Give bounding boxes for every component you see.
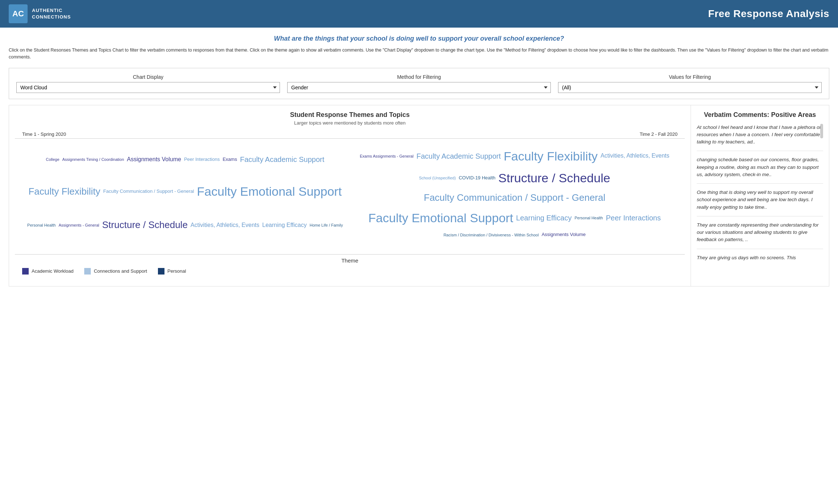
chart-display-group: Chart Display Word CloudBar ChartBubble …: [16, 74, 280, 93]
chart-display-label: Chart Display: [16, 74, 280, 80]
word-item[interactable]: Faculty Academic Support: [240, 155, 324, 164]
word-cloud-panel: Student Response Themes and Topics Large…: [9, 105, 691, 286]
word-item[interactable]: College: [46, 157, 59, 162]
method-filter-label: Method for Filtering: [287, 74, 551, 80]
time1-label: Time 1 - Spring 2020: [22, 131, 66, 137]
time-labels: Time 1 - Spring 2020 Time 2 - Fall 2020: [15, 131, 685, 137]
legend-box-connections: [84, 268, 91, 275]
logo-line1: AUTHENTIC: [32, 7, 71, 14]
word-item[interactable]: Learning Efficacy: [262, 221, 306, 229]
word-item[interactable]: Activities, Athletics, Events: [601, 152, 669, 160]
word-item[interactable]: Racism / Discrimination / Divisiveness -…: [443, 232, 538, 237]
word-item[interactable]: Assignments Volume: [542, 232, 586, 238]
legend-label-connections: Connections and Support: [94, 268, 147, 274]
word-item[interactable]: Faculty Flexibility: [28, 186, 100, 198]
time2-label: Time 2 - Fall 2020: [640, 131, 678, 137]
word-item[interactable]: Faculty Communication / Support - Genera…: [103, 188, 194, 195]
word-item[interactable]: Faculty Emotional Support: [369, 210, 513, 226]
word-item[interactable]: Learning Efficacy: [516, 213, 571, 223]
logo-initials: AC: [12, 9, 24, 19]
verbatim-panel: Verbatim Comments: Positive Areas At sch…: [691, 105, 829, 286]
word-item[interactable]: Personal Health: [27, 223, 56, 228]
word-item[interactable]: Peer Interactions: [606, 213, 661, 223]
filter-section: Chart Display Word CloudBar ChartBubble …: [9, 68, 829, 99]
verbatim-comments-container: At school I feel heard and I know that I…: [697, 124, 823, 272]
scrollbar-thumb[interactable]: [820, 124, 823, 138]
verbatim-comment: changing schedule based on our concerns,…: [697, 156, 823, 184]
question-text: What are the things that your school is …: [9, 35, 829, 42]
legend-label-academic: Academic Workload: [32, 268, 73, 274]
word-item[interactable]: Assignments Timing / Coordination: [62, 157, 124, 162]
word-cloud-words-left: College Assignments Timing / Coordinatio…: [22, 142, 348, 244]
word-item[interactable]: Assignments - General: [58, 223, 99, 228]
legend-academic: Academic Workload: [22, 268, 73, 275]
bottom-panel: Student Response Themes and Topics Large…: [9, 105, 829, 286]
chart-bottom-label: Theme: [15, 257, 685, 264]
logo-text: AUTHENTIC CONNECTIONS: [32, 7, 71, 20]
legend-connections: Connections and Support: [84, 268, 147, 275]
main-content: What are the things that your school is …: [0, 28, 838, 294]
chart-title: Student Response Themes and Topics: [15, 111, 685, 119]
chart-subtitle: Larger topics were mentioned by students…: [15, 120, 685, 126]
page-title: Free Response Analysis: [708, 8, 829, 20]
verbatim-comment: At school I feel heard and I know that I…: [697, 124, 823, 151]
legend-box-academic: [22, 268, 29, 275]
word-item[interactable]: Faculty Flexibility: [504, 148, 598, 164]
word-item[interactable]: Faculty Communication / Support - Genera…: [424, 192, 605, 204]
chart-display-select[interactable]: Word CloudBar ChartBubble Chart: [16, 82, 280, 93]
logo-line2: CONNECTIONS: [32, 14, 71, 20]
logo-badge: AC: [9, 4, 28, 23]
verbatim-title: Verbatim Comments: Positive Areas: [697, 111, 823, 119]
word-item[interactable]: Assignments Volume: [127, 156, 181, 163]
values-filter-group: Values for Filtering (All)MaleFemaleNon-…: [558, 74, 822, 93]
logo-area: AC AUTHENTIC CONNECTIONS: [9, 4, 71, 23]
verbatim-comment: They are constantly representing their u…: [697, 221, 823, 249]
word-item[interactable]: Exams Assignments - General: [360, 154, 414, 159]
word-item[interactable]: Structure / Schedule: [499, 170, 610, 186]
chart-legend: Academic Workload Connections and Suppor…: [15, 264, 685, 276]
verbatim-comment: They are giving us days with no screens.…: [697, 254, 823, 267]
word-item[interactable]: School (Unspecified): [419, 175, 456, 180]
legend-box-personal: [158, 268, 164, 275]
word-cloud-left: College Assignments Timing / Coordinatio…: [22, 142, 348, 247]
word-cloud-right: Exams Assignments - General Faculty Acad…: [352, 142, 678, 247]
word-item[interactable]: Personal Health: [574, 215, 603, 220]
word-item[interactable]: Home Life / Family: [310, 223, 343, 228]
word-item[interactable]: Exams: [223, 157, 237, 163]
values-filter-select[interactable]: (All)MaleFemaleNon-binary: [558, 82, 822, 93]
word-cloud-area: College Assignments Timing / Coordinatio…: [15, 138, 685, 255]
legend-personal: Personal: [158, 268, 186, 275]
word-cloud-words-right: Exams Assignments - General Faculty Acad…: [352, 142, 678, 244]
word-item[interactable]: Peer Interactions: [184, 157, 220, 163]
instructions-text: Click on the Student Resonses Themes and…: [9, 47, 829, 61]
word-item[interactable]: Faculty Academic Support: [416, 151, 501, 161]
word-item[interactable]: COVID-19 Health: [459, 175, 495, 181]
word-item[interactable]: Activities, Athletics, Events: [191, 221, 259, 229]
values-filter-label: Values for Filtering: [558, 74, 822, 80]
legend-label-personal: Personal: [167, 268, 186, 274]
method-filter-group: Method for Filtering GenderGradeRace/Eth…: [287, 74, 551, 93]
word-item[interactable]: Faculty Emotional Support: [197, 183, 342, 199]
method-filter-select[interactable]: GenderGradeRace/Ethnicity: [287, 82, 551, 93]
header: AC AUTHENTIC CONNECTIONS Free Response A…: [0, 0, 838, 28]
word-item[interactable]: Structure / Schedule: [102, 219, 188, 231]
verbatim-comment: One thing that is doing very well to sup…: [697, 189, 823, 216]
